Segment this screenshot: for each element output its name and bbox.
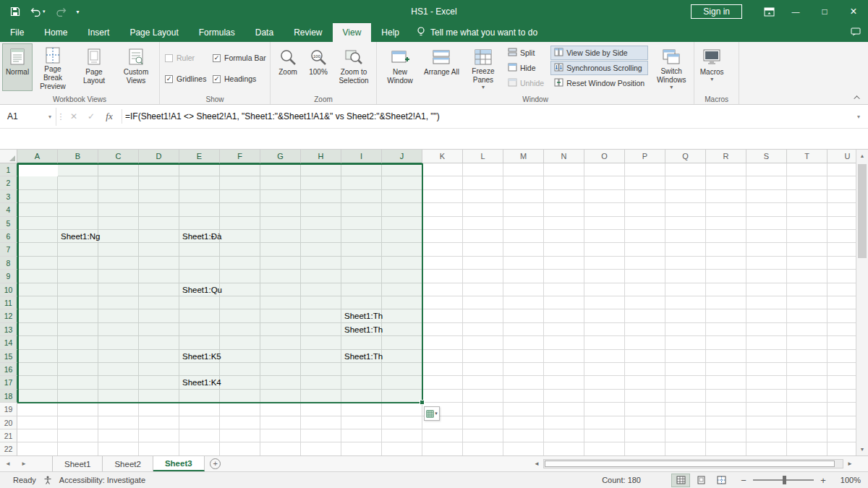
col-header-M[interactable]: M — [503, 150, 544, 163]
col-header-D[interactable]: D — [139, 150, 179, 163]
zoom-slider-thumb[interactable] — [783, 476, 786, 484]
cell-E10[interactable]: Sheet1:Qu — [182, 283, 222, 296]
headings-checkbox[interactable]: ✓ Headings — [213, 72, 279, 85]
tell-me-box[interactable]: Tell me what you want to do — [409, 23, 545, 42]
cell-E6[interactable]: Sheet1:Đà — [182, 230, 221, 243]
scroll-down-icon[interactable]: ▼ — [856, 443, 868, 455]
page-break-view-mode-icon[interactable] — [712, 474, 731, 487]
col-header-U[interactable]: U — [827, 150, 856, 163]
sign-in-button[interactable]: Sign in — [691, 4, 742, 19]
autofill-options-button[interactable]: ▾ — [424, 406, 440, 421]
col-header-R[interactable]: R — [706, 150, 746, 163]
row-header-18[interactable]: 18 — [0, 390, 17, 403]
row-header-5[interactable]: 5 — [0, 217, 17, 230]
sheet-tab-sheet2[interactable]: Sheet2 — [103, 456, 153, 471]
select-all-corner[interactable] — [0, 150, 17, 163]
unhide-button[interactable]: Unhide — [504, 76, 548, 90]
new-window-button[interactable]: New Window — [379, 43, 421, 91]
insert-function-icon[interactable]: fx — [100, 111, 119, 122]
minimize-button[interactable]: — — [781, 0, 810, 23]
horizontal-scroll-thumb[interactable] — [545, 461, 835, 467]
page-layout-view-mode-icon[interactable] — [692, 474, 710, 487]
row-header-19[interactable]: 19 — [0, 403, 17, 416]
scroll-left-icon[interactable]: ◄ — [532, 461, 542, 467]
row-header-10[interactable]: 10 — [0, 283, 17, 296]
custom-views-button[interactable]: Custom Views — [115, 43, 157, 91]
col-header-T[interactable]: T — [787, 150, 827, 163]
sheet-nav-right-icon[interactable]: ► — [16, 456, 32, 471]
col-header-Q[interactable]: Q — [665, 150, 706, 163]
formula-input[interactable]: =IF(Sheet1!A1 <> Sheet2!A1, "Sheet1:"&Sh… — [125, 111, 440, 121]
vertical-scroll-thumb[interactable] — [858, 164, 867, 258]
ribbon-tab-review[interactable]: Review — [284, 23, 332, 42]
switch-windows-button[interactable]: Switch Windows ▾ — [651, 43, 692, 91]
row-header-7[interactable]: 7 — [0, 243, 17, 256]
col-header-K[interactable]: K — [422, 150, 463, 163]
active-cell[interactable] — [17, 163, 58, 176]
cell-I12[interactable]: Sheet1:Th — [344, 309, 383, 322]
chevron-down-icon[interactable]: ▾ — [48, 114, 56, 120]
col-header-L[interactable]: L — [463, 150, 503, 163]
enter-icon[interactable]: ✓ — [82, 111, 100, 121]
row-header-14[interactable]: 14 — [0, 336, 17, 349]
zoom-percentage[interactable]: 100% — [836, 476, 861, 484]
row-header-15[interactable]: 15 — [0, 350, 17, 363]
ribbon-tab-view[interactable]: View — [333, 23, 372, 42]
undo-icon[interactable]: ▾ — [30, 7, 46, 17]
col-header-J[interactable]: J — [382, 150, 422, 163]
reset-window-position-button[interactable]: Reset Window Position — [550, 76, 648, 90]
row-header-3[interactable]: 3 — [0, 190, 17, 203]
normal-view-button[interactable]: Normal — [2, 43, 33, 91]
row-header-21[interactable]: 21 — [0, 429, 17, 442]
page-break-preview-button[interactable]: Page Break Preview — [33, 43, 73, 91]
cell-E15[interactable]: Sheet1:K5 — [182, 350, 221, 363]
zoom-to-selection-button[interactable]: Zoom to Selection — [333, 43, 374, 91]
row-header-2[interactable]: 2 — [0, 176, 17, 189]
cell-I15[interactable]: Sheet1:Th — [344, 350, 383, 363]
new-sheet-button[interactable]: + — [205, 456, 226, 471]
ribbon-tab-home[interactable]: Home — [34, 23, 77, 42]
view-side-by-side-button[interactable]: View Side by Side — [550, 46, 648, 60]
accessibility-icon[interactable] — [43, 476, 52, 484]
formula-bar-checkbox[interactable]: ✓ Formula Bar — [213, 51, 279, 64]
close-button[interactable]: × — [839, 0, 868, 23]
scroll-up-icon[interactable]: ▲ — [856, 150, 868, 162]
name-box[interactable]: A1 ▾ — [1, 108, 56, 126]
row-header-4[interactable]: 4 — [0, 203, 17, 216]
col-header-P[interactable]: P — [625, 150, 665, 163]
scroll-right-icon[interactable]: ► — [845, 461, 855, 467]
freeze-panes-button[interactable]: Freeze Panes ▾ — [462, 43, 504, 91]
redo-icon[interactable] — [56, 7, 67, 17]
formula-bar-handle[interactable]: ⋮ — [56, 112, 65, 121]
hide-button[interactable]: Hide — [504, 61, 548, 75]
row-header-6[interactable]: 6 — [0, 230, 17, 243]
col-header-E[interactable]: E — [179, 150, 220, 163]
row-header-11[interactable]: 11 — [0, 296, 17, 309]
row-header-9[interactable]: 9 — [0, 270, 17, 283]
ribbon-tab-page-layout[interactable]: Page Layout — [119, 23, 188, 42]
col-header-F[interactable]: F — [220, 150, 260, 163]
cancel-icon[interactable]: ✕ — [65, 111, 82, 121]
row-header-16[interactable]: 16 — [0, 363, 17, 376]
row-header-22[interactable]: 22 — [0, 442, 17, 455]
zoom-slider[interactable] — [753, 479, 814, 481]
ribbon-tab-formulas[interactable]: Formulas — [189, 23, 245, 42]
row-header-12[interactable]: 12 — [0, 309, 17, 322]
arrange-all-button[interactable]: Arrange All — [421, 43, 462, 91]
cell-I13[interactable]: Sheet1:Th — [344, 323, 383, 336]
col-header-N[interactable]: N — [544, 150, 584, 163]
zoom-out-icon[interactable]: − — [739, 475, 748, 486]
horizontal-scrollbar[interactable]: ◄ ► — [532, 456, 868, 471]
customize-toolbar-icon[interactable]: ▾ — [77, 9, 80, 15]
split-button[interactable]: Split — [504, 46, 548, 60]
col-header-B[interactable]: B — [58, 150, 98, 163]
maximize-button[interactable]: □ — [810, 0, 839, 23]
sheet-tab-sheet3[interactable]: Sheet3 — [153, 456, 205, 471]
row-header-17[interactable]: 17 — [0, 376, 17, 389]
comments-icon[interactable] — [851, 27, 861, 38]
gridlines-checkbox[interactable]: ✓ Gridlines — [165, 72, 213, 85]
ribbon-display-options-icon[interactable] — [757, 0, 781, 23]
ribbon-tab-file[interactable]: File — [0, 23, 34, 42]
col-header-S[interactable]: S — [746, 150, 787, 163]
row-header-13[interactable]: 13 — [0, 323, 17, 336]
